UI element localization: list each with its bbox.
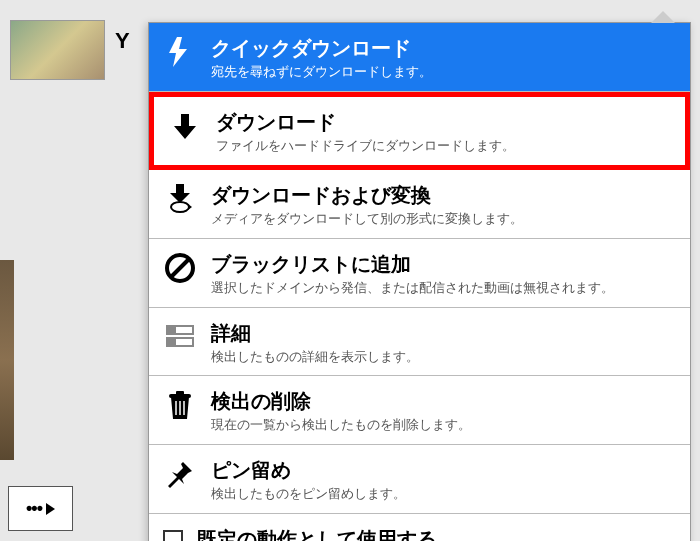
side-thumbnail-strip	[0, 260, 14, 460]
menu-item-title: ピン留め	[211, 457, 678, 483]
lightning-download-icon	[161, 33, 199, 71]
menu-item-pin[interactable]: ピン留め 検出したものをピン留めします。	[149, 445, 690, 514]
menu-item-download[interactable]: ダウンロード ファイルをハードドライブにダウンロードします。	[149, 92, 690, 170]
svg-rect-3	[167, 326, 176, 334]
menu-item-default-action[interactable]: 既定の動作として使用する	[149, 514, 690, 541]
menu-item-delete-detection[interactable]: 検出の削除 現在の一覧から検出したものを削除します。	[149, 376, 690, 445]
details-icon	[161, 318, 199, 356]
pin-icon	[161, 455, 199, 493]
menu-item-title: 検出の削除	[211, 388, 678, 414]
trash-icon	[161, 386, 199, 424]
menu-item-desc: 宛先を尋ねずにダウンロードします。	[211, 64, 678, 81]
menu-item-desc: 検出したものの詳細を表示します。	[211, 349, 678, 366]
svg-line-1	[171, 259, 189, 277]
more-dots-icon: •••	[26, 498, 42, 519]
svg-rect-5	[167, 338, 176, 346]
menu-item-title: クイックダウンロード	[211, 35, 678, 61]
menu-item-title: 詳細	[211, 320, 678, 346]
menu-item-title: ダウンロード	[216, 109, 673, 135]
menu-item-quick-download[interactable]: クイックダウンロード 宛先を尋ねずにダウンロードします。	[149, 23, 690, 92]
menu-item-desc: メディアをダウンロードして別の形式に変換します。	[211, 211, 678, 228]
svg-rect-7	[176, 391, 184, 395]
menu-item-title: ブラックリストに追加	[211, 251, 678, 277]
menu-arrow-icon	[651, 11, 675, 23]
download-arrow-icon	[166, 107, 204, 145]
default-label: 既定の動作として使用する	[197, 526, 437, 541]
title-fragment: Y	[115, 28, 130, 54]
menu-item-desc: ファイルをハードドライブにダウンロードします。	[216, 138, 673, 155]
menu-item-download-convert[interactable]: ダウンロードおよび変換 メディアをダウンロードして別の形式に変換します。	[149, 170, 690, 239]
menu-item-desc: 現在の一覧から検出したものを削除します。	[211, 417, 678, 434]
play-triangle-icon	[46, 503, 55, 515]
menu-item-blacklist[interactable]: ブラックリストに追加 選択したドメインから発信、または配信された動画は無視されま…	[149, 239, 690, 308]
video-thumbnail	[10, 20, 105, 80]
context-menu: クイックダウンロード 宛先を尋ねずにダウンロードします。 ダウンロード ファイル…	[148, 22, 691, 541]
menu-item-details[interactable]: 詳細 検出したものの詳細を表示します。	[149, 308, 690, 377]
more-button[interactable]: •••	[8, 486, 73, 531]
menu-item-desc: 検出したものをピン留めします。	[211, 486, 678, 503]
menu-item-desc: 選択したドメインから発信、または配信された動画は無視されます。	[211, 280, 678, 297]
blacklist-icon	[161, 249, 199, 287]
menu-item-title: ダウンロードおよび変換	[211, 182, 678, 208]
default-checkbox[interactable]	[163, 530, 183, 541]
download-convert-icon	[161, 180, 199, 218]
